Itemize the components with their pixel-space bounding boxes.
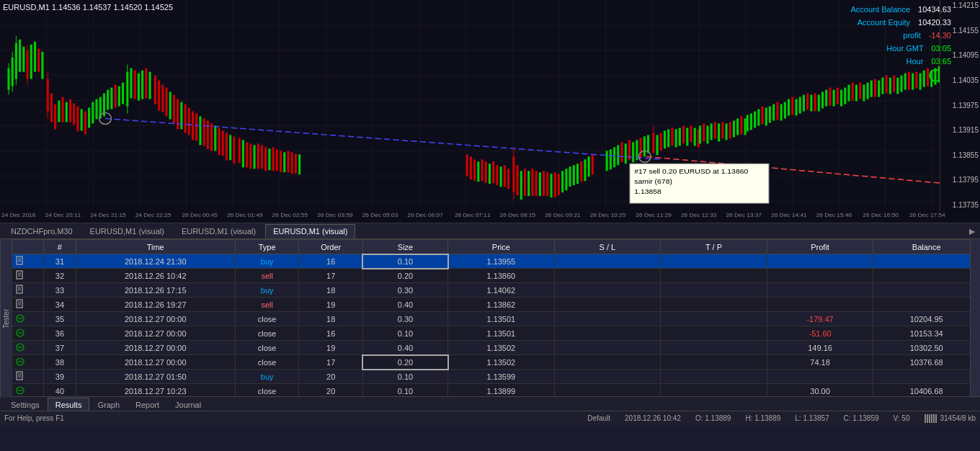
tab-report[interactable]: Report — [128, 398, 167, 411]
svg-text:26 Dec 10:25: 26 Dec 10:25 — [590, 212, 626, 218]
svg-rect-84 — [173, 95, 175, 124]
row-time: 2018.12.27 00:00 — [76, 326, 235, 341]
svg-rect-139 — [539, 172, 541, 196]
row-sl — [554, 254, 661, 269]
row-time: 2018.12.26 17:15 — [76, 283, 235, 298]
row-size: 0.10 — [362, 370, 447, 384]
svg-rect-107 — [261, 145, 263, 169]
scrollbar[interactable] — [970, 239, 980, 396]
svg-text:26 Dec 06:07: 26 Dec 06:07 — [407, 212, 443, 218]
row-time: 2018.12.27 01:50 — [76, 370, 235, 384]
svg-rect-101 — [239, 138, 241, 163]
row-price: 1.13599 — [448, 370, 555, 384]
row-tp — [661, 298, 767, 312]
svg-rect-82 — [165, 88, 167, 117]
row-num: 40 — [44, 384, 76, 397]
table-row[interactable]: 402018.12.27 10:23close200.101.1389930.0… — [12, 384, 980, 397]
table-row[interactable]: 362018.12.27 00:00close160.101.13501-51.… — [12, 326, 980, 341]
col-tp[interactable]: T / P — [661, 240, 767, 254]
col-price[interactable]: Price — [448, 240, 555, 254]
svg-rect-70 — [126, 72, 128, 107]
svg-rect-111 — [276, 149, 278, 171]
svg-rect-217 — [837, 88, 839, 104]
bottom-tabs: Settings Results Graph Report Journal — [0, 396, 980, 411]
svg-rect-79 — [154, 76, 156, 104]
svg-rect-144 — [558, 174, 560, 195]
tab-journal[interactable]: Journal — [167, 398, 209, 411]
svg-rect-309 — [17, 372, 22, 380]
svg-rect-197 — [762, 107, 764, 125]
tab-graph[interactable]: Graph — [89, 398, 128, 411]
svg-rect-152 — [588, 156, 590, 177]
svg-text:26 Dec 11:29: 26 Dec 11:29 — [636, 212, 672, 218]
table-row[interactable]: 332018.12.26 17:15buy180.301.14062 — [12, 283, 980, 298]
svg-rect-208 — [803, 95, 805, 112]
svg-text:24 Dec 22:25: 24 Dec 22:25 — [135, 212, 172, 218]
row-price: 1.13502 — [448, 355, 555, 370]
row-type: sell — [235, 269, 299, 283]
row-num: 35 — [44, 312, 76, 326]
price-7: 1.13855 — [942, 151, 979, 159]
table-row[interactable]: 392018.12.27 01:50buy200.101.13599 — [12, 370, 980, 384]
svg-rect-224 — [863, 85, 865, 102]
svg-rect-202 — [780, 104, 783, 121]
svg-rect-228 — [878, 81, 880, 97]
chart-tab-eurusd-1[interactable]: EURUSD,M1 (visual) — [82, 224, 172, 238]
svg-text:26 Dec 00:45: 26 Dec 00:45 — [182, 212, 218, 218]
svg-rect-85 — [177, 99, 179, 130]
status-datetime: 2018.12.26 10:42 — [625, 414, 681, 422]
status-high: H: 1.13889 — [745, 414, 780, 422]
svg-rect-172 — [671, 128, 673, 146]
col-time[interactable]: Time — [76, 240, 235, 254]
profit-value: -14.30 — [929, 31, 951, 40]
svg-rect-236 — [908, 72, 910, 90]
col-num[interactable]: # — [44, 240, 76, 254]
svg-rect-137 — [531, 169, 533, 196]
svg-rect-96 — [218, 128, 220, 155]
svg-rect-211 — [814, 94, 816, 112]
svg-rect-138 — [535, 171, 538, 196]
svg-rect-182 — [706, 125, 708, 143]
row-balance: 10302.50 — [873, 341, 980, 355]
svg-rect-185 — [718, 123, 720, 141]
table-row[interactable]: 342018.12.26 19:27sell190.401.13862 — [12, 298, 980, 312]
row-tp — [661, 254, 767, 269]
tab-settings[interactable]: Settings — [3, 398, 48, 411]
row-size: 0.10 — [362, 384, 447, 397]
chart-tab-nzdchf[interactable]: NZDCHFpro,M30 — [3, 224, 81, 238]
table-row[interactable]: 322018.12.26 10:42sell170.201.13860 — [12, 269, 980, 283]
svg-rect-95 — [214, 125, 216, 151]
table-row[interactable]: 372018.12.27 00:00close190.401.13502149.… — [12, 341, 980, 355]
chart-tab-eurusd-2[interactable]: EURUSD,M1 (visual) — [174, 224, 264, 238]
svg-rect-205 — [791, 97, 793, 115]
svg-rect-148 — [573, 165, 575, 185]
svg-rect-180 — [699, 125, 701, 143]
trade-table-scroll[interactable]: # Time Type Order Size Price S / L T / P… — [12, 239, 980, 396]
svg-text:1.13858: 1.13858 — [634, 187, 662, 195]
col-size[interactable]: Size — [362, 240, 447, 254]
row-profit — [767, 254, 873, 269]
svg-rect-231 — [889, 78, 891, 94]
tab-scroll-arrow[interactable]: ► — [967, 226, 977, 237]
tab-results[interactable]: Results — [48, 398, 90, 411]
row-sl — [554, 355, 661, 370]
svg-rect-225 — [867, 83, 869, 99]
col-sl[interactable]: S / L — [554, 240, 661, 254]
col-profit[interactable]: Profit — [767, 240, 873, 254]
svg-text:26 Dec 12:33: 26 Dec 12:33 — [681, 212, 717, 218]
svg-rect-164 — [643, 136, 646, 156]
table-row[interactable]: 312018.12.24 21:30buy160.101.13955 — [12, 254, 980, 269]
table-row[interactable]: 382018.12.27 00:00close170.201.1350274.1… — [12, 355, 980, 370]
row-balance — [873, 254, 980, 269]
table-row[interactable]: 352018.12.27 00:00close180.301.13501-179… — [12, 312, 980, 326]
row-time: 2018.12.26 19:27 — [76, 298, 235, 312]
svg-rect-221 — [852, 83, 854, 101]
col-balance[interactable]: Balance — [873, 240, 980, 254]
col-order[interactable]: Order — [299, 240, 363, 254]
row-type: buy — [235, 254, 299, 269]
row-profit: -51.60 — [767, 326, 873, 341]
chart-tab-eurusd-3[interactable]: EURUSD,M1 (visual) — [265, 224, 355, 238]
row-sl — [554, 341, 661, 355]
col-type[interactable]: Type — [235, 240, 299, 254]
svg-rect-127 — [500, 166, 502, 187]
